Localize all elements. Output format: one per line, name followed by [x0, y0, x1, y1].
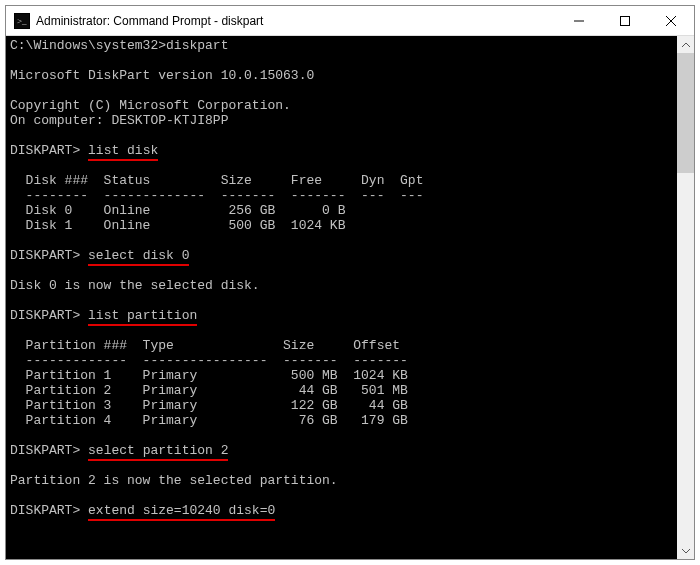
diskpart-prompt: DISKPART> — [10, 248, 80, 263]
table-row: Disk 1 Online 500 GB 1024 KB — [10, 218, 345, 233]
scroll-track[interactable] — [677, 53, 694, 542]
diskpart-prompt: DISKPART> — [10, 443, 80, 458]
copyright-line: Copyright (C) Microsoft Corporation. — [10, 98, 291, 113]
svg-text:>_: >_ — [17, 16, 27, 26]
table-row: Disk 0 Online 256 GB 0 B — [10, 203, 345, 218]
cmd-list-disk: list disk — [88, 143, 158, 161]
window-title: Administrator: Command Prompt - diskpart — [36, 14, 556, 28]
command-prompt-window: >_ Administrator: Command Prompt - diskp… — [5, 5, 695, 560]
window-controls — [556, 6, 694, 35]
minimize-button[interactable] — [556, 6, 602, 35]
diskpart-prompt: DISKPART> — [10, 308, 80, 323]
client-area: C:\Windows\system32>diskpart Microsoft D… — [6, 36, 694, 559]
scroll-down-button[interactable] — [677, 542, 694, 559]
cmd-list-partition: list partition — [88, 308, 197, 326]
diskpart-prompt: DISKPART> — [10, 503, 80, 518]
version-line: Microsoft DiskPart version 10.0.15063.0 — [10, 68, 314, 83]
cmd-select-disk: select disk 0 — [88, 248, 189, 266]
cmd-diskpart: diskpart — [166, 38, 228, 53]
terminal-output[interactable]: C:\Windows\system32>diskpart Microsoft D… — [6, 36, 677, 559]
maximize-button[interactable] — [602, 6, 648, 35]
part-sep: ------------- ---------------- ------- -… — [10, 353, 408, 368]
scroll-thumb[interactable] — [677, 53, 694, 173]
table-row: Partition 4 Primary 76 GB 179 GB — [10, 413, 408, 428]
diskpart-prompt: DISKPART> — [10, 143, 80, 158]
table-row: Partition 2 Primary 44 GB 501 MB — [10, 383, 408, 398]
close-button[interactable] — [648, 6, 694, 35]
disk-header: Disk ### Status Size Free Dyn Gpt — [10, 173, 423, 188]
table-row: Partition 1 Primary 500 MB 1024 KB — [10, 368, 408, 383]
titlebar[interactable]: >_ Administrator: Command Prompt - diskp… — [6, 6, 694, 36]
msg-select-disk: Disk 0 is now the selected disk. — [10, 278, 260, 293]
vertical-scrollbar[interactable] — [677, 36, 694, 559]
computer-label: On computer: — [10, 113, 111, 128]
table-row: Partition 3 Primary 122 GB 44 GB — [10, 398, 408, 413]
shell-prompt: C:\Windows\system32> — [10, 38, 166, 53]
scroll-up-button[interactable] — [677, 36, 694, 53]
cmd-extend: extend size=10240 disk=0 — [88, 503, 275, 521]
part-header: Partition ### Type Size Offset — [10, 338, 400, 353]
msg-select-partition: Partition 2 is now the selected partitio… — [10, 473, 338, 488]
disk-sep: -------- ------------- ------- ------- -… — [10, 188, 423, 203]
svg-rect-4 — [621, 16, 630, 25]
computer-name: DESKTOP-KTJI8PP — [111, 113, 228, 128]
cmd-select-partition: select partition 2 — [88, 443, 228, 461]
cmd-icon: >_ — [14, 13, 30, 29]
